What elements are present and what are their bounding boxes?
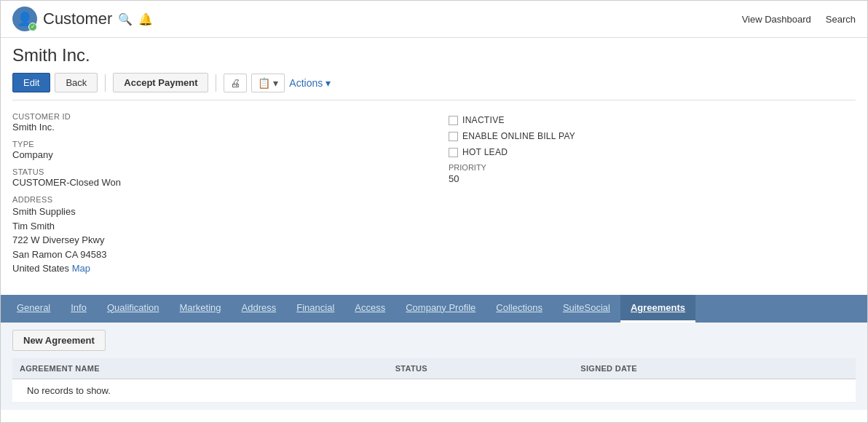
address-label: ADDRESS: [12, 195, 419, 204]
header-right: View Dashboard Search: [742, 14, 856, 25]
tab-marketing[interactable]: Marketing: [169, 295, 231, 323]
toolbar-divider: [105, 74, 106, 92]
tab-agreements[interactable]: Agreements: [620, 295, 695, 323]
priority-value: 50: [449, 173, 856, 184]
address-field: ADDRESS Smith Supplies Tim Smith 722 W D…: [12, 195, 419, 276]
status-value: CUSTOMER-Closed Won: [12, 177, 419, 188]
copy-dropdown-arrow: ▾: [273, 77, 278, 89]
address-value: Smith Supplies Tim Smith 722 W Diversey …: [12, 205, 419, 276]
online-bill-pay-checkbox[interactable]: [449, 132, 458, 141]
notification-icon[interactable]: 🔔: [138, 12, 153, 26]
print-button[interactable]: 🖨: [224, 74, 247, 92]
tab-company-profile[interactable]: Company Profile: [395, 295, 486, 323]
col-agreement-name: AGREEMENT NAME: [12, 358, 388, 379]
status-badge-green: [28, 23, 37, 31]
type-label: TYPE: [12, 140, 419, 149]
tab-general[interactable]: General: [7, 295, 60, 323]
address-country: United States: [12, 263, 69, 274]
fields-left: CUSTOMER ID Smith Inc. TYPE Company STAT…: [12, 112, 419, 283]
hot-lead-label: HOT LEAD: [462, 147, 508, 157]
actions-button[interactable]: Actions ▾: [289, 77, 331, 89]
inactive-label: INACTIVE: [462, 115, 505, 125]
new-agreement-button[interactable]: New Agreement: [12, 330, 106, 351]
inactive-checkbox[interactable]: [449, 116, 458, 125]
priority-label: PRIORITY: [449, 163, 856, 172]
page-title: Customer: [43, 9, 112, 28]
tab-info[interactable]: Info: [60, 295, 97, 323]
tab-address[interactable]: Address: [232, 295, 287, 323]
customer-id-value: Smith Inc.: [12, 122, 419, 133]
type-field: TYPE Company: [12, 140, 419, 160]
no-records-cell: No records to show.: [12, 379, 856, 402]
address-line1: Smith Supplies: [12, 205, 419, 219]
customer-id-label: CUSTOMER ID: [12, 112, 419, 121]
fields-section: CUSTOMER ID Smith Inc. TYPE Company STAT…: [12, 112, 856, 283]
toolbar-divider-2: [216, 74, 216, 92]
search-icon[interactable]: 🔍: [118, 12, 133, 26]
online-bill-pay-label: ENABLE ONLINE BILL PAY: [462, 131, 575, 141]
agreements-table: AGREEMENT NAME STATUS SIGNED DATE No rec…: [12, 358, 856, 403]
col-status: STATUS: [388, 358, 574, 379]
page-content: Smith Inc. Edit Back Accept Payment 🖨 📋 …: [1, 38, 867, 283]
address-line2: Tim Smith: [12, 219, 419, 234]
status-label: STATUS: [12, 167, 419, 176]
tab-suitesocial[interactable]: SuiteSocial: [553, 295, 620, 323]
edit-button[interactable]: Edit: [12, 73, 50, 92]
header-left: 👤 Customer 🔍 🔔: [12, 7, 742, 31]
sub-content: New Agreement AGREEMENT NAME STATUS SIGN…: [1, 323, 867, 410]
toolbar: Edit Back Accept Payment 🖨 📋 ▾ Actions ▾: [12, 73, 856, 100]
record-title: Smith Inc.: [12, 45, 856, 66]
hot-lead-checkbox-row: HOT LEAD: [449, 147, 856, 157]
table-row: No records to show.: [12, 379, 856, 402]
customer-avatar: 👤: [12, 7, 37, 31]
no-records-text: No records to show.: [20, 381, 118, 400]
type-value: Company: [12, 149, 419, 160]
address-line4: San Ramon CA 94583: [12, 248, 419, 262]
accept-payment-button[interactable]: Accept Payment: [113, 73, 208, 92]
copy-dropdown-button[interactable]: 📋 ▾: [251, 74, 285, 92]
online-bill-pay-checkbox-row: ENABLE ONLINE BILL PAY: [449, 131, 856, 141]
view-dashboard-link[interactable]: View Dashboard: [742, 14, 811, 25]
status-field: STATUS CUSTOMER-Closed Won: [12, 167, 419, 188]
tab-financial[interactable]: Financial: [286, 295, 344, 323]
tab-qualification[interactable]: Qualification: [97, 295, 170, 323]
fields-right: INACTIVE ENABLE ONLINE BILL PAY HOT LEAD…: [449, 112, 856, 283]
hot-lead-checkbox[interactable]: [449, 148, 458, 157]
back-button[interactable]: Back: [55, 73, 98, 92]
col-signed-date: SIGNED DATE: [573, 358, 856, 379]
address-line5: United States Map: [12, 261, 419, 276]
copy-icon: 📋: [258, 77, 270, 89]
print-icon: 🖨: [230, 77, 240, 89]
table-header-row: AGREEMENT NAME STATUS SIGNED DATE: [12, 358, 856, 379]
tab-bar: General Info Qualification Marketing Add…: [1, 295, 867, 323]
header: 👤 Customer 🔍 🔔 View Dashboard Search: [1, 1, 867, 38]
address-line3: 722 W Diversey Pkwy: [12, 233, 419, 248]
search-link[interactable]: Search: [826, 14, 856, 25]
customer-id-field: CUSTOMER ID Smith Inc.: [12, 112, 419, 133]
map-link[interactable]: Map: [72, 263, 90, 274]
tab-collections[interactable]: Collections: [486, 295, 553, 323]
inactive-checkbox-row: INACTIVE: [449, 115, 856, 125]
tab-access[interactable]: Access: [344, 295, 395, 323]
